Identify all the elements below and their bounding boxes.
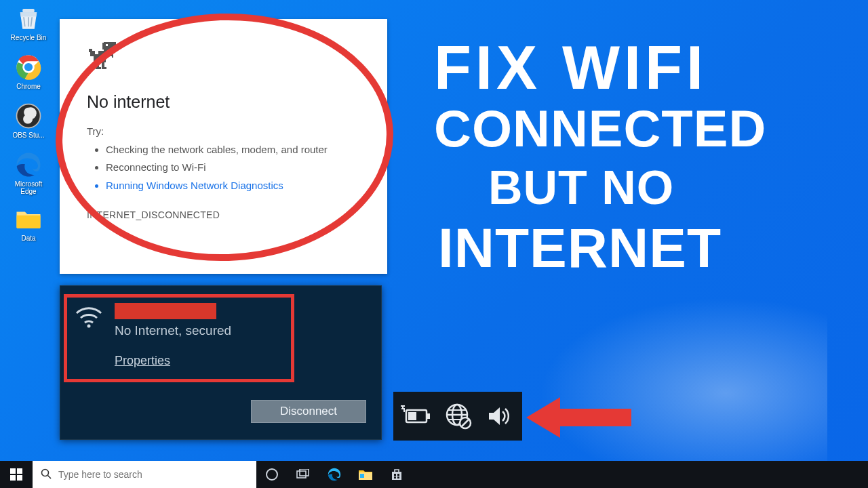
svg-rect-22 — [427, 413, 430, 419]
wifi-properties-link[interactable]: Properties — [115, 354, 170, 368]
taskbar-search[interactable] — [33, 461, 256, 488]
svg-rect-40 — [300, 469, 309, 476]
annotation-arrow — [526, 394, 635, 441]
desktop-icon-chrome[interactable]: Chrome — [8, 53, 49, 90]
svg-rect-42 — [360, 474, 364, 478]
svg-rect-19 — [104, 67, 106, 69]
folder-icon — [14, 205, 43, 233]
taskbar-store[interactable] — [381, 461, 412, 488]
taskbar-pinned — [256, 461, 412, 488]
diagnostics-link[interactable]: Running Windows Network Diagnostics — [106, 177, 360, 195]
globe-no-internet-icon — [443, 401, 473, 431]
edge-icon — [327, 467, 342, 482]
edge-icon — [14, 150, 43, 179]
svg-point-38 — [267, 469, 277, 480]
svg-rect-32 — [10, 468, 16, 474]
svg-rect-14 — [106, 54, 111, 56]
start-button[interactable] — [0, 461, 33, 488]
headline-line-3: BUT NO — [488, 164, 854, 212]
desktop-icon-label: Microsoft Edge — [8, 180, 49, 195]
svg-rect-7 — [102, 43, 104, 49]
error-heading: No internet — [87, 92, 360, 112]
svg-line-37 — [48, 475, 52, 479]
search-icon — [41, 468, 52, 481]
task-view-icon — [296, 469, 310, 480]
desktop-icon-label: Recycle Bin — [8, 34, 49, 41]
cortana-icon — [265, 468, 279, 481]
search-input[interactable] — [58, 469, 235, 480]
taskbar-edge[interactable] — [319, 461, 350, 488]
dino-icon — [87, 41, 121, 75]
windows-logo-icon — [10, 468, 22, 481]
tray-zoom-panel — [393, 392, 522, 441]
svg-rect-34 — [10, 475, 16, 481]
desktop-icon-label: Chrome — [8, 83, 49, 90]
headline-line-2: CONNECTED — [434, 102, 854, 155]
svg-rect-13 — [89, 49, 92, 52]
disconnect-button[interactable]: Disconnect — [251, 400, 366, 423]
cortana-button[interactable] — [256, 461, 288, 488]
error-bullet: Checking the network cables, modem, and … — [106, 141, 360, 159]
folder-icon — [358, 468, 373, 481]
svg-rect-15 — [112, 54, 114, 58]
svg-point-20 — [87, 325, 91, 328]
svg-rect-16 — [96, 62, 98, 69]
desktop-icon-edge[interactable]: Microsoft Edge — [8, 150, 49, 195]
svg-rect-6 — [104, 42, 116, 51]
svg-rect-35 — [17, 475, 22, 481]
wifi-status-text: No Internet, secured — [115, 323, 231, 338]
desktop-icon-label: Data — [8, 235, 49, 242]
taskbar-file-explorer[interactable] — [350, 461, 381, 488]
svg-rect-39 — [297, 471, 306, 478]
svg-point-36 — [42, 469, 49, 476]
network-name-redacted — [115, 303, 216, 319]
headline-line-4: INTERNET — [438, 220, 854, 277]
svg-rect-8 — [106, 44, 108, 46]
chrome-icon — [14, 53, 43, 81]
wifi-flyout: No Internet, secured Properties Disconne… — [60, 285, 382, 440]
desktop-icon-label: OBS Stu... — [8, 131, 49, 139]
headline-text: FIX WIFI CONNECTED BUT NO INTERNET — [434, 37, 854, 276]
headline-line-1: FIX WIFI — [434, 37, 854, 100]
desktop-icon-recycle-bin[interactable]: Recycle Bin — [8, 4, 49, 41]
svg-rect-10 — [98, 51, 106, 62]
svg-rect-33 — [17, 468, 22, 474]
chrome-error-panel: No internet Try: Checking the network ca… — [60, 19, 387, 274]
store-icon — [390, 468, 403, 481]
wifi-icon — [75, 306, 102, 331]
taskbar — [0, 461, 868, 488]
desktop-icon-folder[interactable]: Data — [8, 205, 49, 242]
error-suggestions: Checking the network cables, modem, and … — [87, 141, 360, 195]
battery-charging-icon — [399, 405, 431, 428]
recycle-bin-icon — [14, 4, 43, 33]
error-code: INTERNET_DISCONNECTED — [87, 209, 360, 220]
obs-icon — [14, 102, 43, 130]
svg-rect-18 — [102, 62, 104, 69]
svg-marker-31 — [526, 397, 631, 438]
wallpaper-light — [488, 271, 827, 474]
svg-rect-17 — [99, 67, 101, 69]
svg-rect-0 — [22, 9, 35, 12]
error-bullet: Reconnecting to Wi-Fi — [106, 159, 360, 176]
volume-icon — [486, 405, 516, 428]
svg-rect-23 — [408, 412, 416, 420]
error-try-label: Try: — [87, 125, 360, 137]
task-view-button[interactable] — [288, 461, 319, 488]
desktop-icon-obs[interactable]: OBS Stu... — [8, 102, 49, 139]
